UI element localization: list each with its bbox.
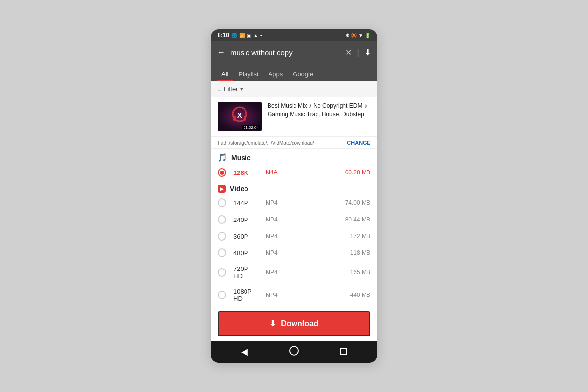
radio-1080p[interactable] — [218, 291, 226, 299]
svg-rect-2 — [233, 116, 236, 121]
nav-bar: ◀ — [211, 341, 377, 363]
radio-720p[interactable] — [218, 268, 226, 277]
location-icon: ▲ — [253, 33, 258, 38]
back-button[interactable]: ← — [217, 48, 225, 58]
tab-all[interactable]: All — [217, 67, 233, 81]
video-option-144p[interactable]: 144P MP4 74.00 MB — [211, 195, 377, 211]
radio-144p[interactable] — [218, 198, 226, 207]
video-duration: 01:02:04 — [242, 125, 260, 130]
size-720p: 165 MB — [350, 269, 370, 276]
quality-1080p: 1080P HD — [233, 288, 259, 302]
size-128k: 60.28 MB — [345, 169, 370, 176]
search-query: music without copy — [230, 49, 341, 57]
tab-apps[interactable]: Apps — [264, 67, 288, 81]
radio-inner-128k — [220, 171, 224, 175]
back-nav-icon: ◀ — [241, 347, 248, 357]
video-info-row: X 01:02:04 Best Music Mix ♪ No Copyright… — [211, 97, 377, 137]
chevron-down-icon: ▾ — [240, 86, 243, 92]
nfc-icon: ▣ — [247, 33, 251, 38]
change-path-button[interactable]: CHANGE — [347, 140, 370, 146]
filter-label: Filter — [224, 85, 238, 93]
download-icon: ⬇ — [270, 319, 276, 328]
signal-icon: 📶 — [239, 33, 245, 38]
quality-144p: 144P — [233, 199, 259, 207]
video-option-1080p[interactable]: 1080P HD MP4 440 MB — [211, 284, 377, 306]
mute-icon: 🔕 — [351, 33, 357, 38]
svg-text:X: X — [237, 111, 242, 119]
youtube-icon: ▶ — [218, 185, 226, 193]
quality-720p: 720P HD — [233, 265, 259, 280]
svg-rect-3 — [244, 116, 246, 121]
filter-icon: ≡ — [218, 85, 221, 93]
radio-240p[interactable] — [218, 215, 226, 224]
signal-strength-icon: ▼ — [358, 33, 363, 38]
radio-128k[interactable] — [218, 168, 226, 177]
header-download-icon[interactable]: ⬇ — [364, 47, 371, 58]
divider: | — [357, 48, 359, 58]
quality-360p: 360P — [233, 233, 259, 240]
radio-480p[interactable] — [218, 248, 226, 257]
video-option-240p[interactable]: 240P MP4 80.44 MB — [211, 211, 377, 228]
video-title: Best Music Mix ♪ No Copyright EDM ♪ Gami… — [268, 102, 370, 119]
home-nav-icon — [289, 346, 299, 356]
tabs-bar: All Playlist Apps Google — [211, 64, 377, 81]
video-section-label: Video — [230, 185, 248, 193]
radio-360p[interactable] — [218, 232, 226, 241]
size-360p: 172 MB — [350, 233, 370, 240]
bluetooth-icon: ✱ — [345, 33, 349, 38]
status-right: ✱ 🔕 ▼ 🔋 — [345, 33, 370, 38]
type-360p: MP4 — [266, 233, 284, 240]
type-720p: MP4 — [266, 269, 284, 276]
quality-480p: 480P — [233, 249, 259, 257]
status-left: 8:10 🌐 📶 ▣ ▲ • — [218, 32, 262, 39]
nav-recent-button[interactable] — [336, 345, 351, 359]
dot-icon: • — [260, 33, 262, 38]
download-button[interactable]: ⬇ Download — [218, 311, 370, 336]
quality-128k: 128K — [233, 169, 259, 176]
phone-frame: 8:10 🌐 📶 ▣ ▲ • ✱ 🔕 ▼ 🔋 ← music without c… — [211, 29, 377, 363]
type-480p: MP4 — [266, 249, 284, 256]
tab-google[interactable]: Google — [288, 67, 318, 81]
video-section-header: ▶ Video — [211, 181, 377, 195]
storage-path: Path:/storage/emulate/.../VidMate/downlo… — [218, 140, 314, 146]
video-thumbnail: X 01:02:04 — [218, 102, 262, 131]
video-option-360p[interactable]: 360P MP4 172 MB — [211, 228, 377, 245]
quality-240p: 240P — [233, 216, 259, 223]
download-label: Download — [281, 319, 318, 328]
music-section-label: Music — [231, 154, 251, 162]
recent-nav-icon — [340, 348, 347, 355]
video-option-480p[interactable]: 480P MP4 118 MB — [211, 245, 377, 261]
filter-bar[interactable]: ≡ Filter ▾ — [211, 81, 377, 97]
path-row: Path:/storage/emulate/.../VidMate/downlo… — [211, 137, 377, 149]
battery-icon: 🔋 — [365, 33, 370, 38]
status-bar: 8:10 🌐 📶 ▣ ▲ • ✱ 🔕 ▼ 🔋 — [211, 29, 377, 41]
wifi-icon: 🌐 — [231, 33, 237, 38]
type-144p: MP4 — [266, 199, 284, 206]
status-time: 8:10 — [218, 32, 229, 39]
size-144p: 74.00 MB — [345, 199, 370, 206]
content-area: X 01:02:04 Best Music Mix ♪ No Copyright… — [211, 97, 377, 341]
nav-back-button[interactable]: ◀ — [237, 344, 252, 359]
tab-playlist[interactable]: Playlist — [233, 67, 263, 81]
type-128k: M4A — [266, 169, 284, 176]
size-1080p: 440 MB — [350, 292, 370, 298]
video-option-720p[interactable]: 720P HD MP4 165 MB — [211, 261, 377, 284]
size-480p: 118 MB — [350, 249, 370, 256]
music-section-header: 🎵 Music — [211, 149, 377, 164]
type-1080p: MP4 — [266, 292, 284, 298]
clear-button[interactable]: ✕ — [345, 48, 352, 57]
search-bar: ← music without copy ✕ | ⬇ — [211, 41, 377, 64]
music-icon: 🎵 — [218, 153, 227, 162]
music-option-128k[interactable]: 128K M4A 60.28 MB — [211, 164, 377, 181]
nav-home-button[interactable] — [285, 344, 303, 360]
type-240p: MP4 — [266, 216, 284, 223]
size-240p: 80.44 MB — [345, 216, 370, 223]
